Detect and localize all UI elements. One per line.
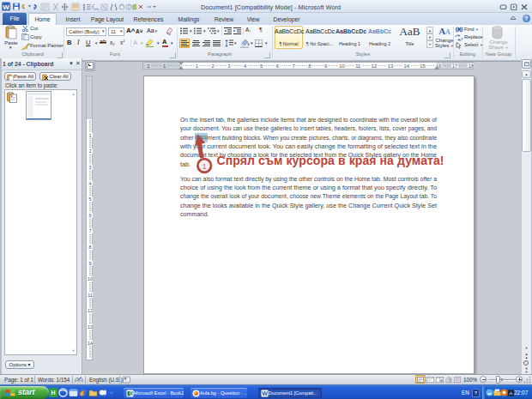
svg-text:9: 9 — [88, 261, 91, 266]
svg-text:X: X — [129, 390, 133, 396]
svg-text:2: 2 — [88, 148, 91, 154]
svg-text:1: 1 — [203, 161, 207, 171]
svg-text:12: 12 — [372, 63, 377, 69]
svg-text:14: 14 — [88, 341, 93, 346]
svg-text:6: 6 — [276, 63, 279, 69]
svg-text:W: W — [3, 3, 9, 11]
svg-text:8: 8 — [308, 63, 311, 69]
svg-text:13: 13 — [388, 63, 393, 69]
svg-text:11: 11 — [355, 63, 360, 69]
svg-text:6: 6 — [88, 213, 91, 218]
svg-text:3: 3 — [88, 165, 91, 170]
svg-text:15: 15 — [420, 63, 425, 69]
svg-text:7: 7 — [292, 63, 294, 69]
svg-text:18: 18 — [469, 63, 474, 69]
svg-text:11: 11 — [88, 293, 93, 298]
svg-text:12: 12 — [88, 308, 93, 313]
svg-text:1: 1 — [196, 63, 198, 69]
svg-text:W: W — [262, 390, 268, 396]
svg-text:1: 1 — [88, 133, 91, 138]
svg-text:7: 7 — [88, 228, 91, 233]
svg-text:5: 5 — [88, 196, 91, 202]
svg-text:4: 4 — [88, 181, 91, 186]
svg-text:17: 17 — [452, 63, 457, 69]
svg-text:14: 14 — [403, 63, 409, 69]
svg-text:9: 9 — [324, 63, 327, 69]
svg-text:2: 2 — [147, 63, 149, 69]
svg-text:5: 5 — [260, 63, 263, 69]
svg-text:10: 10 — [339, 63, 344, 69]
svg-text:13: 13 — [88, 324, 93, 329]
svg-text:3: 3 — [227, 63, 230, 69]
svg-text:8: 8 — [88, 245, 91, 250]
svg-text:2: 2 — [211, 63, 214, 69]
svg-text:10: 10 — [88, 276, 93, 281]
svg-text:1: 1 — [163, 63, 166, 69]
